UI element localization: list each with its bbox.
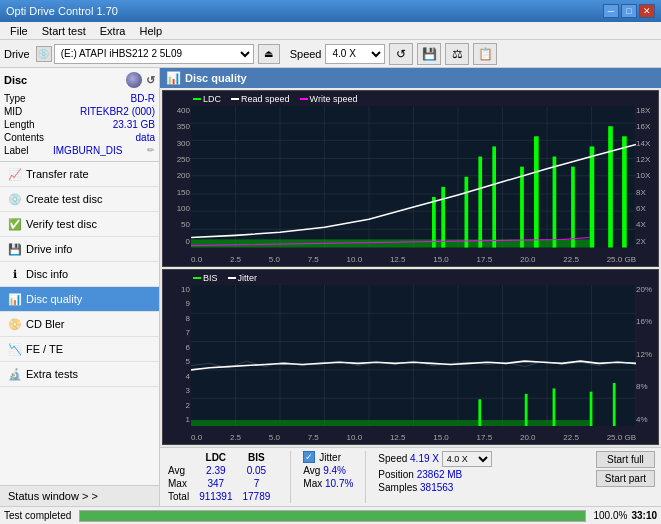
jitter-label: Jitter xyxy=(319,452,341,463)
disc-label-row: Label IMGBURN_DIS ✏ xyxy=(4,144,155,157)
sidebar: Disc ↺ Type BD-R MID RITEKBR2 (000) Leng… xyxy=(0,68,160,506)
export-button[interactable]: 📋 xyxy=(473,43,497,65)
refresh-button[interactable]: ↺ xyxy=(389,43,413,65)
legend-ldc-label: LDC xyxy=(203,94,221,104)
sidebar-item-transfer-rate[interactable]: 📈 Transfer rate xyxy=(0,162,159,187)
create-test-disc-icon: 💿 xyxy=(8,192,22,206)
label-edit-icon[interactable]: ✏ xyxy=(147,145,155,156)
chart2-legend: BIS Jitter xyxy=(193,273,257,283)
sidebar-item-disc-info[interactable]: ℹ Disc info xyxy=(0,262,159,287)
svg-rect-24 xyxy=(520,167,524,248)
legend-bis-label: BIS xyxy=(203,273,218,283)
sidebar-item-fe-te[interactable]: 📉 FE / TE xyxy=(0,337,159,362)
chart2-y-right: 20%16%12%8%4% xyxy=(636,285,656,425)
svg-rect-46 xyxy=(191,419,590,426)
disc-quality-icon-header: 📊 xyxy=(166,71,181,85)
compare-button[interactable]: ⚖ xyxy=(445,43,469,65)
svg-rect-21 xyxy=(464,177,468,248)
svg-rect-25 xyxy=(534,136,539,247)
stats-table: LDC BIS Avg 2.39 0.05 Max 347 7 Total xyxy=(166,451,278,503)
action-buttons: Start full Start part xyxy=(596,451,655,487)
legend-write-speed: Write speed xyxy=(300,94,358,104)
svg-rect-49 xyxy=(553,388,556,426)
jitter-avg-value: 9.4% xyxy=(323,465,346,476)
progress-bar-fill xyxy=(80,511,584,521)
toolbar: Drive 💿 (E:) ATAPI iHBS212 2 5L09 ⏏ Spee… xyxy=(0,40,661,68)
legend-write-speed-label: Write speed xyxy=(310,94,358,104)
disc-icon xyxy=(126,72,142,88)
save-button[interactable]: 💾 xyxy=(417,43,441,65)
jitter-section: ✓ Jitter Avg 9.4% Max 10.7% xyxy=(303,451,353,489)
disc-contents-row: Contents data xyxy=(4,131,155,144)
disc-type-row: Type BD-R xyxy=(4,92,155,105)
sidebar-item-drive-info[interactable]: 💾 Drive info xyxy=(0,237,159,262)
close-button[interactable]: ✕ xyxy=(639,4,655,18)
disc-refresh-icon[interactable]: ↺ xyxy=(146,74,155,87)
svg-rect-23 xyxy=(492,146,496,247)
svg-rect-30 xyxy=(622,136,627,247)
disc-label-label: Label xyxy=(4,145,28,156)
start-part-button[interactable]: Start part xyxy=(596,470,655,487)
sidebar-label-create-test-disc: Create test disc xyxy=(26,193,102,205)
sidebar-item-verify-test-disc[interactable]: ✅ Verify test disc xyxy=(0,212,159,237)
sidebar-item-extra-tests[interactable]: 🔬 Extra tests xyxy=(0,362,159,387)
position-row: Position 23862 MB xyxy=(378,469,491,480)
start-full-button[interactable]: Start full xyxy=(596,451,655,468)
svg-rect-51 xyxy=(613,382,616,426)
legend-ldc: LDC xyxy=(193,94,221,104)
sidebar-item-cd-bler[interactable]: 📀 CD Bler xyxy=(0,312,159,337)
jitter-max-row: Max 10.7% xyxy=(303,478,353,489)
eject-button[interactable]: ⏏ xyxy=(258,44,280,64)
status-time: 33:10 xyxy=(631,510,657,521)
disc-length-label: Length xyxy=(4,119,35,130)
svg-rect-28 xyxy=(590,146,595,247)
drive-label: Drive xyxy=(4,48,30,60)
chart2-y-left: 10987654321 xyxy=(165,285,190,425)
drive-icon: 💿 xyxy=(36,46,52,62)
stats-total-bis: 17789 xyxy=(241,490,279,503)
statusbar: Test completed 100.0% 33:10 xyxy=(0,506,661,524)
sidebar-item-disc-quality[interactable]: 📊 Disc quality xyxy=(0,287,159,312)
chart1-area: LDC Read speed Write speed 4003503002502… xyxy=(162,90,659,267)
jitter-checkbox[interactable]: ✓ xyxy=(303,451,315,463)
stats-row-avg: Avg 2.39 0.05 xyxy=(166,464,278,477)
sidebar-item-create-test-disc[interactable]: 💿 Create test disc xyxy=(0,187,159,212)
stats-row-max: Max 347 7 xyxy=(166,477,278,490)
menu-extra[interactable]: Extra xyxy=(94,24,132,38)
stats-avg-bis: 0.05 xyxy=(241,464,279,477)
minimize-button[interactable]: ─ xyxy=(603,4,619,18)
drive-select[interactable]: (E:) ATAPI iHBS212 2 5L09 xyxy=(54,44,254,64)
content-area: 📊 Disc quality LDC Read speed xyxy=(160,68,661,506)
menubar: File Start test Extra Help xyxy=(0,22,661,40)
chart2-x-axis: 0.02.55.07.510.012.515.017.520.022.525.0… xyxy=(191,433,636,442)
samples-row: Samples 381563 xyxy=(378,482,491,493)
svg-rect-22 xyxy=(478,157,482,248)
sidebar-label-disc-info: Disc info xyxy=(26,268,68,280)
disc-quality-header: 📊 Disc quality xyxy=(160,68,661,88)
stats-avg-label: Avg xyxy=(166,464,197,477)
stats-max-label: Max xyxy=(166,477,197,490)
menu-file[interactable]: File xyxy=(4,24,34,38)
maximize-button[interactable]: □ xyxy=(621,4,637,18)
sidebar-label-fe-te: FE / TE xyxy=(26,343,63,355)
speed-setting-select[interactable]: 4.0 X xyxy=(442,451,492,467)
main-area: Disc ↺ Type BD-R MID RITEKBR2 (000) Leng… xyxy=(0,68,661,506)
extra-tests-icon: 🔬 xyxy=(8,367,22,381)
speed-row: Speed 4.19 X 4.0 X xyxy=(378,451,491,467)
status-text: Test completed xyxy=(4,510,71,521)
stats-divider-2 xyxy=(365,451,366,503)
menu-start-test[interactable]: Start test xyxy=(36,24,92,38)
stats-total-ldc: 911391 xyxy=(197,490,240,503)
status-window-button[interactable]: Status window > > xyxy=(0,485,159,506)
chart1-y-right: 18X16X14X12X10X8X6X4X2X xyxy=(636,106,656,246)
progress-bar-container xyxy=(79,510,585,522)
speed-select[interactable]: 4.0 X xyxy=(325,44,385,64)
charts-container: LDC Read speed Write speed 4003503002502… xyxy=(160,88,661,447)
stats-total-label: Total xyxy=(166,490,197,503)
legend-read-speed: Read speed xyxy=(231,94,290,104)
legend-read-speed-label: Read speed xyxy=(241,94,290,104)
menu-help[interactable]: Help xyxy=(133,24,168,38)
svg-rect-50 xyxy=(590,391,593,426)
progress-percent: 100.0% xyxy=(594,510,628,521)
disc-info-panel: Disc ↺ Type BD-R MID RITEKBR2 (000) Leng… xyxy=(0,68,159,162)
